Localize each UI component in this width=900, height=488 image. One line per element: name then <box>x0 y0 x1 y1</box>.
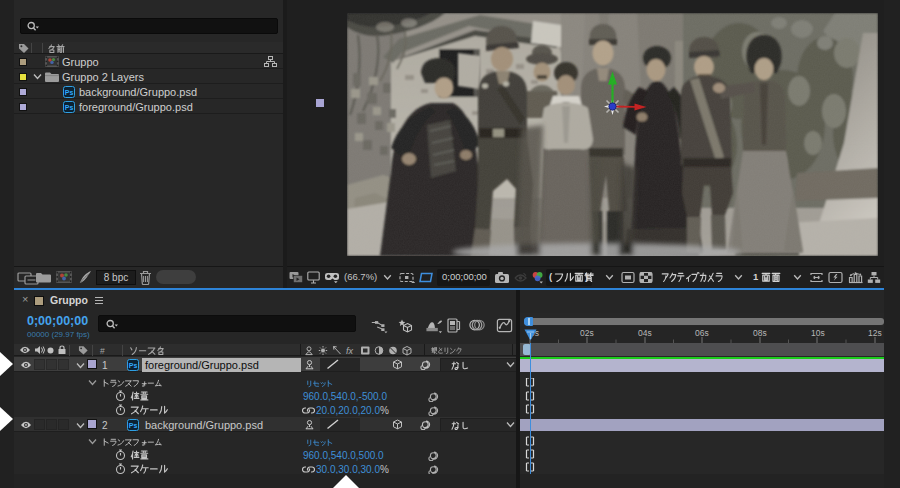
svg-text:Ps: Ps <box>129 362 138 369</box>
svg-text:Ps: Ps <box>129 422 138 429</box>
svg-text:Ps: Ps <box>65 104 74 111</box>
svg-text:fx: fx <box>346 346 354 356</box>
svg-text:Ps: Ps <box>65 89 74 96</box>
